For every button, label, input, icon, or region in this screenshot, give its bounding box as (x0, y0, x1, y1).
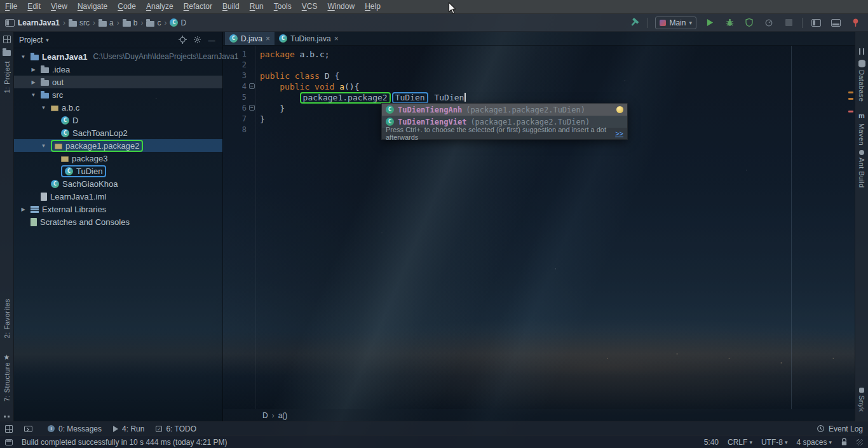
stripe-button-favorites[interactable]: 2: Favorites (0, 299, 13, 338)
chevron-down-icon[interactable] (39, 105, 48, 111)
status-window-icon[interactable] (5, 439, 13, 445)
tree-item-abc-package[interactable]: a.b.c (14, 101, 222, 114)
tree-item-package1-package2[interactable]: package1.package2 (14, 139, 222, 152)
menu-item[interactable]: Run (245, 0, 269, 13)
stripe-button-maven[interactable]: Maven (855, 109, 868, 146)
breadcrumb-class-d[interactable]: D (170, 18, 186, 27)
favorites-star-icon (0, 351, 13, 362)
intellij-idea-window: FileEditViewNavigateCodeAnalyzeRefactorB… (0, 0, 868, 448)
code-lines: package a.b.c; public class D { public v… (256, 46, 466, 409)
settings-gear-icon[interactable] (191, 34, 203, 46)
intention-bulb-icon[interactable] (616, 106, 623, 113)
toolwindow-run[interactable]: 4: Run (113, 424, 144, 433)
stripe-button-ant-build[interactable]: Ant Build (855, 150, 868, 188)
toolwindow-terminal[interactable] (24, 426, 36, 432)
toolwindow-switcher-icon[interactable] (0, 36, 13, 43)
menu-item[interactable]: Help (360, 0, 386, 13)
build-hammer-icon[interactable] (628, 17, 641, 29)
menu-item[interactable]: Refactor (179, 0, 217, 13)
panel-title[interactable]: Project (19, 36, 43, 44)
indent-widget[interactable]: 4 spaces (796, 438, 832, 447)
resize-grip[interactable] (857, 439, 863, 445)
tree-item-sachgiaokhoa[interactable]: SachGiaoKhoa (14, 177, 222, 190)
tree-item-src[interactable]: src (14, 88, 222, 101)
project-folder-icon[interactable] (0, 48, 13, 56)
stripe-button-project[interactable]: 1: Project (0, 61, 13, 93)
tree-item-out[interactable]: out (14, 76, 222, 88)
tree-item-package3[interactable]: package3 (14, 152, 222, 165)
menu-item[interactable]: Code (112, 0, 141, 13)
toolwindow-switcher-icon[interactable] (5, 425, 13, 433)
caret-position-widget[interactable]: 5:40 (704, 438, 719, 447)
menu-item[interactable]: Build (217, 0, 245, 13)
toolwindow-messages[interactable]: 0: Messages (48, 424, 102, 433)
stripe-button-snyk[interactable]: Snyk (855, 388, 868, 412)
close-icon[interactable] (266, 34, 270, 43)
breadcrumb-c[interactable]: c (146, 18, 161, 27)
tree-item-tudien[interactable]: TuDien (14, 165, 222, 177)
error-stripe-mark[interactable] (848, 92, 853, 93)
layout-panel-bottom-icon[interactable] (829, 17, 842, 29)
stripe-button-structure[interactable]: 7: Structure (0, 362, 13, 402)
menu-item[interactable]: Tools (269, 0, 297, 13)
menu-item[interactable]: View (46, 0, 72, 13)
event-log-button[interactable]: Event Log (817, 424, 863, 433)
tab-tudien-java[interactable]: TuDien.java (275, 32, 343, 45)
stripe-button-database[interactable]: Database (855, 60, 868, 102)
stop-button[interactable] (782, 17, 795, 29)
breadcrumb-class[interactable]: D (262, 411, 268, 420)
layout-panel-left-icon[interactable] (810, 17, 822, 29)
tree-item-sachtoanlop2[interactable]: SachToanLop2 (14, 126, 222, 139)
breadcrumb-src[interactable]: src (69, 18, 90, 27)
tree-item-idea[interactable]: .idea (14, 63, 222, 76)
fold-marker[interactable] (249, 83, 255, 89)
encoding-widget[interactable]: UTF-8 (761, 438, 788, 447)
readonly-lock-icon[interactable] (841, 438, 848, 446)
menu-item[interactable]: Edit (22, 0, 46, 13)
close-icon[interactable] (334, 34, 339, 43)
debug-bug-icon[interactable] (723, 17, 736, 29)
hint-link[interactable]: >> (615, 130, 623, 137)
pin-icon[interactable] (849, 17, 862, 29)
run-button[interactable] (703, 17, 716, 29)
code-line: public void a(){ (260, 81, 466, 92)
profiler-icon[interactable] (763, 17, 775, 29)
run-config-selector[interactable]: Main (655, 17, 696, 29)
breadcrumb-b[interactable]: b (123, 18, 138, 27)
breadcrumb-a[interactable]: a (98, 18, 114, 27)
breadcrumb-method[interactable]: a() (278, 411, 288, 420)
line-ending-widget[interactable]: CRLF (728, 438, 752, 447)
chevron-right-icon[interactable] (19, 207, 27, 212)
locate-file-icon[interactable] (177, 34, 188, 46)
tree-item-external-libraries[interactable]: External Libraries (14, 203, 222, 215)
tree-item-learnjava1-iml[interactable]: LearnJava1.iml (14, 190, 222, 203)
tab-d-java[interactable]: D.java (225, 32, 275, 45)
toolwindow-todo[interactable]: 6: TODO (156, 424, 196, 433)
error-stripe-mark[interactable] (848, 111, 853, 112)
code-token: (){ (344, 82, 359, 92)
code-editor[interactable]: 12345678 package a.b.c; public class D {… (223, 46, 855, 409)
chevron-right-icon[interactable] (29, 79, 37, 85)
hide-panel-icon[interactable] (206, 34, 217, 46)
menu-item[interactable]: VCS (297, 0, 323, 13)
tree-item-class-d[interactable]: D (14, 114, 222, 126)
tree-item-learnjava1[interactable]: LearnJava1C:\Users\DuyAnh\IdeaProjects\L… (14, 50, 222, 63)
completion-item-selected[interactable]: TuDienTiengAnh (package1.package2.TuDien… (382, 104, 627, 116)
tree-item-label: LearnJava1 (42, 52, 88, 62)
chevron-down-icon[interactable] (19, 54, 27, 60)
error-stripe-mark[interactable] (848, 98, 853, 100)
chevron-down-icon[interactable] (39, 143, 48, 149)
menu-item[interactable]: Analyze (141, 0, 179, 13)
chevron-down-icon[interactable] (29, 92, 37, 98)
chevron-right-icon[interactable] (29, 67, 37, 72)
menu-item[interactable]: Window (322, 0, 360, 13)
libraries-icon (31, 206, 39, 213)
hide-stripes-icon[interactable] (855, 48, 868, 55)
coverage-shield-icon[interactable] (743, 17, 756, 29)
editor-tabs: D.java TuDien.java (223, 32, 855, 46)
fold-marker[interactable] (249, 105, 255, 111)
menu-item[interactable]: Navigate (72, 0, 112, 13)
breadcrumb-project[interactable]: LearnJava1 (18, 18, 60, 27)
menu-item[interactable]: File (0, 0, 22, 13)
tree-item-scratches[interactable]: Scratches and Consoles (14, 215, 222, 228)
